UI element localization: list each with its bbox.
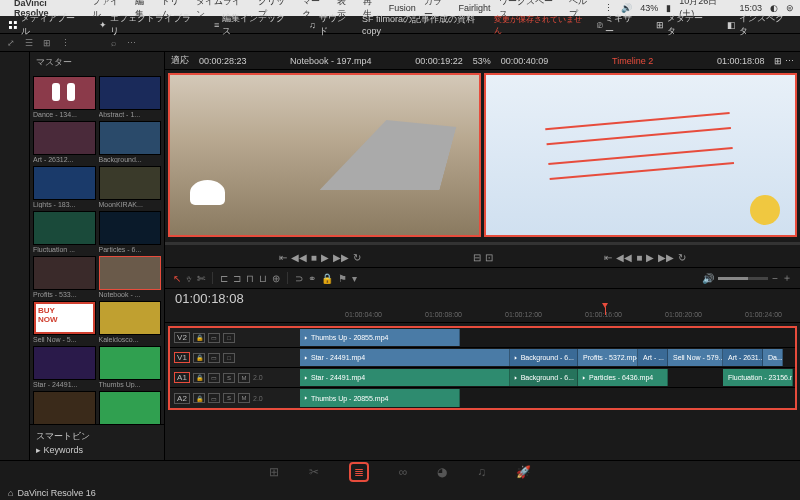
- timeline-clip[interactable]: Background - 6...: [510, 369, 578, 386]
- timeline-clip[interactable]: Background - 6...: [510, 349, 578, 366]
- timeline-clip[interactable]: Da...: [763, 349, 783, 366]
- solo-button[interactable]: S: [223, 373, 235, 383]
- flag-icon[interactable]: ⚑: [338, 273, 347, 284]
- src-play-icon[interactable]: ▶: [321, 252, 329, 263]
- track-body-a1[interactable]: Star - 24491.mp4Background - 6...Particl…: [300, 368, 795, 387]
- sound-toggle[interactable]: ♫サウンド: [301, 16, 362, 33]
- sort-icon[interactable]: ⋮: [58, 36, 72, 50]
- mute-button[interactable]: M: [238, 393, 250, 403]
- time-ruler[interactable]: 01:00:04:00 01:00:08:00 01:00:12:00 01:0…: [165, 307, 800, 323]
- visible-icon[interactable]: ▭: [208, 393, 220, 403]
- track-header-a1[interactable]: A1 🔒 ▭ S M 2.0: [170, 368, 300, 387]
- mute-icon[interactable]: □: [223, 353, 235, 363]
- speaker-icon[interactable]: 🔊: [702, 273, 714, 284]
- more-icon[interactable]: ⋯: [124, 36, 138, 50]
- smartbins-keywords[interactable]: ▸ Keywords: [36, 444, 158, 456]
- solo-button[interactable]: S: [223, 393, 235, 403]
- playhead[interactable]: [605, 307, 606, 315]
- color-page-icon[interactable]: ◕: [437, 465, 447, 479]
- src-prev-icon[interactable]: ◀◀: [291, 252, 307, 263]
- volume-slider[interactable]: [718, 277, 768, 280]
- fit-dropdown[interactable]: 適応: [171, 54, 189, 67]
- track-body-a2[interactable]: Thumbs Up - 20855.mp4: [300, 388, 795, 408]
- timeline-clip[interactable]: Art - ...: [638, 349, 668, 366]
- thumb-view-icon[interactable]: ⊞: [40, 36, 54, 50]
- timeline-clip[interactable]: Thumbs Up - 20855.mp4: [300, 329, 460, 346]
- mixer-toggle[interactable]: ⎚ミキサー: [589, 16, 648, 33]
- zoom-in-icon[interactable]: ＋: [782, 271, 792, 285]
- zoom-out-icon[interactable]: −: [772, 273, 778, 284]
- clip-thumb[interactable]: Dance - 134...: [33, 76, 96, 118]
- fairlight-page-icon[interactable]: ♫: [477, 465, 486, 479]
- track-header-v1[interactable]: V1 🔒 ▭ □: [170, 348, 300, 367]
- track-header-v2[interactable]: V2 🔒 ▭ □: [170, 328, 300, 347]
- media-page-icon[interactable]: ⊞: [269, 465, 279, 479]
- track-body-v2[interactable]: Thumbs Up - 20855.mp4: [300, 328, 795, 347]
- editindex-toggle[interactable]: ≡編集インデックス: [206, 16, 301, 33]
- timeline-viewer[interactable]: [484, 73, 797, 237]
- source-viewer[interactable]: [168, 73, 481, 237]
- match-frame-icon[interactable]: ⊟: [473, 252, 481, 263]
- link-icon[interactable]: ⚭: [308, 273, 316, 284]
- mute-button[interactable]: M: [238, 373, 250, 383]
- clip-thumb[interactable]: Fluctuation ...: [33, 211, 96, 253]
- menu-fairlight[interactable]: Fairlight: [459, 3, 491, 13]
- blade-tool-icon[interactable]: ✄: [197, 273, 205, 284]
- expand-icon[interactable]: ⤢: [4, 36, 18, 50]
- source-name[interactable]: Notebook - 197.mp4: [257, 56, 406, 66]
- timeline-clip[interactable]: Particles - 6436.mp4: [578, 369, 668, 386]
- clip-thumb[interactable]: Background...: [99, 121, 162, 163]
- clip-thumb[interactable]: Abstract - 1...: [99, 76, 162, 118]
- src-loop-icon[interactable]: ↻: [353, 252, 361, 263]
- track-body-v1[interactable]: Star - 24491.mp4Background - 6...Profits…: [300, 348, 795, 367]
- inspector-toggle[interactable]: ◧インスペクタ: [719, 16, 800, 33]
- scrub-bar[interactable]: [165, 242, 800, 245]
- timeline-clip[interactable]: Thumbs Up - 20855.mp4: [300, 389, 460, 407]
- src-next-icon[interactable]: ▶▶: [333, 252, 349, 263]
- visible-icon[interactable]: ▭: [208, 373, 220, 383]
- clip-thumb[interactable]: Lights - 183...: [33, 166, 96, 208]
- timeline-clip[interactable]: Star - 24491.mp4: [300, 349, 510, 366]
- marker-icon[interactable]: ▾: [352, 273, 357, 284]
- home-icon[interactable]: ⌂: [8, 488, 13, 498]
- lock-icon[interactable]: 🔒: [321, 273, 333, 284]
- append-icon[interactable]: ⊕: [272, 273, 280, 284]
- magnet-icon[interactable]: ⊃: [295, 273, 303, 284]
- visible-icon[interactable]: ▭: [208, 353, 220, 363]
- overwrite-icon[interactable]: ⊐: [233, 273, 241, 284]
- lock-icon[interactable]: 🔒: [193, 353, 205, 363]
- lock-icon[interactable]: 🔒: [193, 393, 205, 403]
- replace-icon[interactable]: ⊓: [246, 273, 254, 284]
- clip-thumb[interactable]: Star - 24491...: [33, 346, 96, 388]
- search-icon[interactable]: ⌕: [106, 36, 120, 50]
- clip-thumb[interactable]: Art - 26312...: [33, 121, 96, 163]
- mediapool-toggle[interactable]: メディアプール: [0, 16, 91, 33]
- lock-icon[interactable]: 🔒: [193, 333, 205, 343]
- fusion-page-icon[interactable]: ∞: [399, 465, 408, 479]
- match-frame2-icon[interactable]: ⊡: [485, 252, 493, 263]
- clip-thumb[interactable]: Particles - 6...: [99, 211, 162, 253]
- edit-page-icon[interactable]: ≣: [349, 462, 369, 482]
- tl-next-icon[interactable]: ▶▶: [658, 252, 674, 263]
- clip-thumb[interactable]: Thumbs Up...: [99, 346, 162, 388]
- clip-thumb[interactable]: MoonKIRAK...: [99, 166, 162, 208]
- lock-icon[interactable]: 🔒: [193, 373, 205, 383]
- tl-play-icon[interactable]: ▶: [646, 252, 654, 263]
- tl-loop-icon[interactable]: ↻: [678, 252, 686, 263]
- timeline-clip[interactable]: Art - 2631...: [723, 349, 763, 366]
- src-stop-icon[interactable]: ■: [311, 252, 317, 263]
- main-timecode[interactable]: 01:00:18:08: [165, 289, 800, 307]
- src-first-icon[interactable]: ⇤: [279, 252, 287, 263]
- clip-thumb[interactable]: BUYNOWSell Now - 5...: [33, 301, 96, 343]
- tl-stop-icon[interactable]: ■: [636, 252, 642, 263]
- timeline-clip[interactable]: Sell Now - 579...: [668, 349, 723, 366]
- deliver-page-icon[interactable]: 🚀: [516, 465, 531, 479]
- cut-page-icon[interactable]: ✂: [309, 465, 319, 479]
- list-view-icon[interactable]: ☰: [22, 36, 36, 50]
- zoom-pct[interactable]: 53%: [473, 56, 491, 66]
- clip-thumb[interactable]: Profits - 533...: [33, 256, 96, 298]
- clip-thumb[interactable]: Notebook - ...: [99, 256, 162, 298]
- mute-icon[interactable]: □: [223, 333, 235, 343]
- menu-fusion[interactable]: Fusion: [389, 3, 416, 13]
- selection-tool-icon[interactable]: ↖: [173, 273, 181, 284]
